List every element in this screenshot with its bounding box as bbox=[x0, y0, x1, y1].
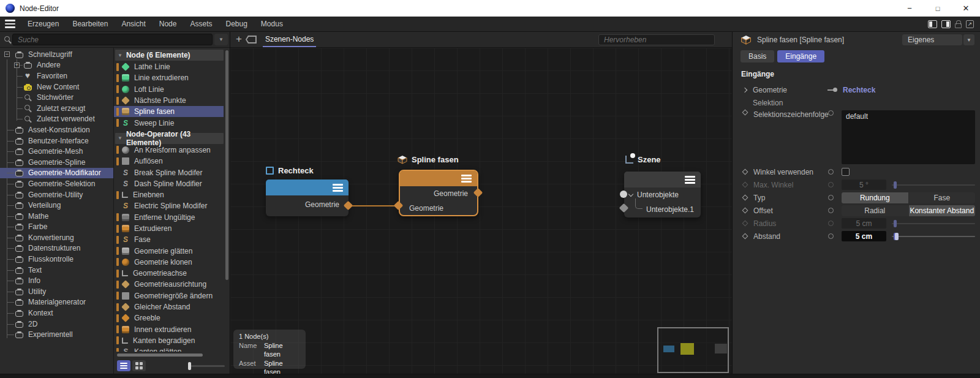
sidebar-item-new-content[interactable]: New Content bbox=[0, 81, 113, 93]
library-group-header[interactable]: ▼Node-Operator (43 Elemente) bbox=[115, 133, 224, 144]
library-vertical-scrollbar[interactable] bbox=[225, 50, 228, 280]
node-menu-icon[interactable] bbox=[685, 176, 695, 184]
sidebar-item-stichw-rter[interactable]: Stichwörter bbox=[0, 92, 113, 103]
sidebar-item-materialgenerator[interactable]: Materialgenerator bbox=[0, 297, 113, 308]
expand-chevron-icon[interactable] bbox=[742, 87, 747, 92]
toggle-left-panel-icon[interactable] bbox=[928, 20, 937, 28]
sidebar-item-zuletzt-verwendet[interactable]: Zuletzt verwendet bbox=[0, 114, 113, 125]
library-item-geometrie-klonen[interactable]: Geometrie klonen bbox=[114, 257, 224, 268]
menu-assets[interactable]: Assets bbox=[183, 17, 219, 31]
tab-basis[interactable]: Basis bbox=[741, 50, 774, 62]
library-item-geometrie-gl-tten[interactable]: Geometrie glätten bbox=[114, 245, 224, 256]
node-menu-icon[interactable] bbox=[461, 175, 472, 183]
library-item-n-chste-punkte[interactable]: Nächste Punkte bbox=[114, 95, 224, 106]
minimize-button[interactable]: − bbox=[895, 0, 924, 17]
value-field-max-winkel[interactable]: 5 ° bbox=[842, 180, 886, 190]
library-item-lathe-linie[interactable]: Lathe Linie bbox=[114, 61, 224, 72]
library-item-sweep-linie[interactable]: SSweep Linie bbox=[114, 117, 224, 128]
library-item-break-spline-modifer[interactable]: SBreak Spline Modifer bbox=[114, 167, 224, 178]
segment-option-radial[interactable]: Radial bbox=[842, 205, 908, 216]
library-group-header[interactable]: ▼Node (6 Elemente) bbox=[115, 50, 224, 61]
sidebar-item-geometrie-mesh[interactable]: Geometrie-Mesh bbox=[0, 146, 113, 157]
textarea-selektionszeichenfolge[interactable] bbox=[842, 110, 975, 164]
menu-erzeugen[interactable]: Erzeugen bbox=[21, 17, 66, 31]
sidebar-item-text[interactable]: Text bbox=[0, 265, 113, 276]
slider-max-winkel[interactable] bbox=[892, 184, 975, 186]
grid-view-button[interactable] bbox=[132, 360, 146, 371]
icon-size-slider[interactable] bbox=[188, 365, 225, 367]
expander-icon[interactable]: − bbox=[4, 51, 10, 57]
tab-eingänge[interactable]: Eingänge bbox=[777, 50, 824, 62]
segment-option-fase[interactable]: Fase bbox=[909, 192, 976, 203]
checkbox-winkel-verwenden[interactable] bbox=[842, 168, 850, 176]
library-item-innen-extrudieren[interactable]: Innen extrudieren bbox=[114, 324, 224, 335]
library-item-electric-spline-modifer[interactable]: SElectric Spline Modifer bbox=[114, 200, 224, 211]
chevron-down-icon[interactable] bbox=[628, 191, 633, 196]
library-item-geometrieausrichtung[interactable]: Geometrieausrichtung bbox=[114, 279, 224, 290]
library-item-gleicher-abstand[interactable]: Gleicher Abstand bbox=[114, 301, 224, 312]
library-item-fase[interactable]: SFase bbox=[114, 234, 224, 245]
value-field-radius[interactable]: 5 cm bbox=[842, 218, 886, 229]
node-canvas[interactable]: Rechteck Geometrie Spline fasen bbox=[230, 48, 732, 374]
segment-option-rundung[interactable]: Rundung bbox=[842, 192, 908, 203]
sidebar-item-farbe[interactable]: Farbe bbox=[0, 222, 113, 233]
library-item-spline-fasen[interactable]: Spline fasen bbox=[114, 106, 224, 117]
sidebar-item-geometrie-utility[interactable]: Geometrie-Utility bbox=[0, 189, 113, 200]
library-item-greeble[interactable]: Greeble bbox=[114, 312, 224, 323]
sidebar-item-andere[interactable]: +Andere bbox=[0, 60, 113, 71]
node-szene[interactable]: Unterobjekte Unterobjekte.1 bbox=[624, 172, 701, 217]
menu-modus[interactable]: Modus bbox=[254, 17, 290, 31]
search-input[interactable] bbox=[12, 34, 213, 45]
port-szene-unterobjekte[interactable] bbox=[620, 191, 627, 198]
sidebar-item-experimentell[interactable]: Experimentell bbox=[0, 329, 113, 340]
library-horizontal-scrollbar[interactable] bbox=[117, 353, 203, 357]
sidebar-item-mathe[interactable]: Mathe bbox=[0, 211, 113, 222]
node-menu-icon[interactable] bbox=[333, 184, 343, 192]
slider-handle[interactable] bbox=[894, 220, 897, 227]
node-szene-header[interactable] bbox=[624, 172, 701, 187]
library-item-geometriegr-e-ndern[interactable]: Geometriegröße ändern bbox=[114, 290, 224, 301]
slider-radius[interactable] bbox=[892, 223, 975, 224]
node-rechteck-header[interactable] bbox=[266, 180, 349, 195]
slider-handle[interactable] bbox=[895, 233, 899, 240]
close-button[interactable]: ✕ bbox=[952, 0, 980, 17]
linked-node-value[interactable]: Rechteck bbox=[843, 86, 875, 94]
add-tab-button[interactable]: + bbox=[236, 33, 242, 45]
maximize-button[interactable]: □ bbox=[924, 0, 952, 17]
sidebar-item-datenstrukturen[interactable]: Datenstrukturen bbox=[0, 243, 113, 254]
highlight-input[interactable] bbox=[598, 34, 715, 45]
segment-option-konstanter-abstand[interactable]: Konstanter Abstand bbox=[909, 205, 976, 216]
node-spline-fasen-header[interactable] bbox=[400, 171, 477, 186]
sidebar-item-favoriten[interactable]: ♥Favoriten bbox=[0, 70, 113, 81]
popout-icon[interactable]: ↗ bbox=[966, 20, 974, 28]
minimap[interactable] bbox=[657, 327, 729, 373]
sidebar-item-benutzer-interface[interactable]: Benutzer-Interface bbox=[0, 135, 113, 146]
library-item-extrudieren[interactable]: Extrudieren bbox=[114, 223, 224, 234]
slider-handle[interactable] bbox=[894, 181, 897, 189]
sidebar-item-utility[interactable]: Utility bbox=[0, 286, 113, 297]
library-item-kanten-gl-tten[interactable]: SKanten glätten bbox=[114, 346, 224, 352]
menu-node[interactable]: Node bbox=[153, 17, 184, 31]
sidebar-item-schnellzugriff[interactable]: −Schnellzugriff bbox=[0, 49, 113, 60]
value-field-abstand[interactable]: 5 cm bbox=[842, 231, 886, 241]
node-tag-icon[interactable] bbox=[246, 36, 257, 43]
lock-icon[interactable] bbox=[955, 23, 962, 28]
sidebar-item-verteilung[interactable]: Verteilung bbox=[0, 200, 113, 211]
sidebar-item-2d[interactable]: 2D bbox=[0, 319, 113, 330]
preset-dropdown-arrow[interactable]: ▼ bbox=[963, 34, 974, 45]
menu-debug[interactable]: Debug bbox=[219, 17, 254, 31]
library-item-entferne-ung-ltige[interactable]: Entferne Ungültige bbox=[114, 212, 224, 223]
sidebar-item-geometrie-selektion[interactable]: Geometrie-Selektion bbox=[0, 178, 113, 189]
list-view-button[interactable] bbox=[117, 360, 130, 371]
sidebar-item-geometrie-spline[interactable]: Geometrie-Spline bbox=[0, 157, 113, 168]
library-item-einebnen[interactable]: Einebnen bbox=[114, 189, 224, 200]
tab-szenen-nodes[interactable]: Szenen-Nodes bbox=[263, 32, 316, 47]
library-item-aufl-sen[interactable]: Auflösen bbox=[114, 156, 224, 167]
sidebar-item-flusskontrolle[interactable]: Flusskontrolle bbox=[0, 254, 113, 265]
node-spline-fasen[interactable]: Geometrie Geometrie bbox=[399, 170, 478, 216]
toggle-right-panel-icon[interactable] bbox=[941, 20, 951, 28]
menu-bearbeiten[interactable]: Bearbeiten bbox=[66, 17, 115, 31]
sidebar-item-konvertierung[interactable]: Konvertierung bbox=[0, 232, 113, 243]
library-item-loft-linie[interactable]: Loft Linie bbox=[114, 84, 224, 95]
menu-ansicht[interactable]: Ansicht bbox=[115, 17, 152, 31]
